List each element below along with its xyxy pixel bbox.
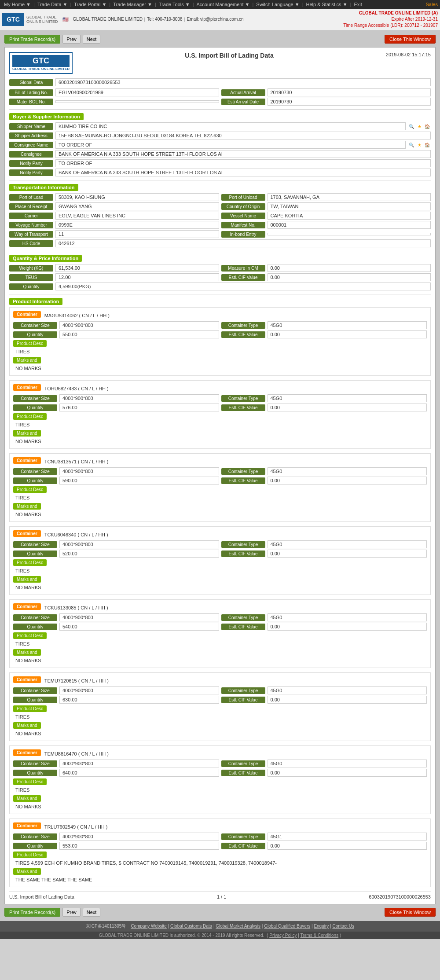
container-size-value-4: 4000*900*800 bbox=[59, 540, 219, 548]
bol-row: Bill of Lading No. EGLV040900201989 Actu… bbox=[9, 88, 431, 96]
prev-button-top[interactable]: Prev bbox=[62, 35, 81, 44]
print-button-bottom[interactable]: Print Trade Record(s) bbox=[4, 908, 60, 917]
product-desc-row-4: Product Desc TIRES bbox=[13, 559, 427, 574]
container-badge-7: Container bbox=[13, 749, 41, 756]
privacy-policy-link[interactable]: Privacy Policy bbox=[269, 933, 297, 938]
product-section: Product Information Container MAGU531406… bbox=[9, 298, 431, 887]
container-cif-value-2: 0.00 bbox=[268, 404, 427, 411]
container-badge-1: Container bbox=[13, 311, 41, 318]
container-section-2: Container TOHU6827483 ( CN / L / HH ) Co… bbox=[9, 380, 431, 449]
container-type-value-3: 45G0 bbox=[268, 467, 427, 475]
main-wrapper: Print Trade Record(s) Prev Next Close Th… bbox=[0, 30, 440, 921]
container-id-7: TEMU8816470 ( CN / L / HH ) bbox=[44, 751, 109, 756]
nav-trade-manager[interactable]: Trade Manager ▼ bbox=[111, 1, 154, 8]
container-size-row-2: Container Size 4000*900*800 Container Ty… bbox=[13, 394, 427, 402]
marks-text-7: NO MARKS bbox=[13, 803, 427, 810]
container-qty-row-2: Quantity 576.00 Estl. CIF Value 0.00 bbox=[13, 404, 427, 411]
terms-conditions-link[interactable]: Terms & Conditions bbox=[300, 933, 338, 938]
product-desc-label-4: Product Desc bbox=[13, 559, 47, 566]
nav-trade-tools[interactable]: Trade Tools ▼ bbox=[157, 1, 192, 8]
marks-row-4: Marks and NO MARKS bbox=[13, 576, 427, 591]
mater-bol-label: Mater BOL No. bbox=[9, 99, 53, 105]
container-cif-label-4: Estl. CIF Value bbox=[221, 551, 265, 557]
consignee-star-icon[interactable]: ★ bbox=[416, 141, 423, 148]
quantity-price-header: Quantity & Price Information bbox=[9, 255, 82, 262]
container-id-3: TCNU3813571 ( CN / L / HH ) bbox=[44, 459, 109, 464]
footer-global-market[interactable]: Global Market Analysis bbox=[216, 924, 260, 929]
teus-label: TEUS bbox=[9, 274, 53, 281]
nav-home[interactable]: My Home ▼ bbox=[2, 1, 33, 8]
close-button-bottom[interactable]: Close This Window bbox=[385, 908, 436, 917]
way-transport-value: 11 bbox=[55, 230, 219, 238]
prev-button-bottom[interactable]: Prev bbox=[62, 908, 81, 917]
container-type-value-8: 45G1 bbox=[268, 833, 427, 841]
product-desc-label-5: Product Desc bbox=[13, 632, 47, 639]
container-cif-label-6: Estl. CIF Value bbox=[221, 697, 265, 703]
container-section-7: Container TEMU8816470 ( CN / L / HH ) Co… bbox=[9, 745, 431, 814]
container-qty-label-6: Quantity bbox=[13, 697, 57, 703]
container-qty-label-5: Quantity bbox=[13, 624, 57, 630]
consignee-search-icon[interactable]: 🔍 bbox=[408, 141, 415, 148]
container-badge-2: Container bbox=[13, 384, 41, 391]
qty-row: Quantity 4,599.00(PKG) bbox=[9, 283, 431, 290]
top-navigation: My Home ▼ | Trade Data ▼ | Trade Portal … bbox=[0, 0, 440, 9]
star-icon[interactable]: ★ bbox=[416, 123, 423, 130]
doc-logo: GTC GLOBAL TRADE ONLINE LIMITED bbox=[9, 52, 73, 74]
notify-party-row1: Notify Party TO ORDER OF bbox=[9, 159, 431, 167]
teus-value: 12.00 bbox=[55, 273, 219, 281]
container-type-value-7: 45G0 bbox=[268, 760, 427, 767]
doc-title-footer: U.S. Import Bill of Lading Data bbox=[9, 894, 74, 899]
nav-help[interactable]: Help & Statistics ▼ bbox=[304, 1, 349, 8]
expire-company: GLOBAL TRADE ONLINE LIMITED (A) bbox=[343, 10, 438, 16]
container-qty-row-7: Quantity 640.00 Estl. CIF Value 0.00 bbox=[13, 769, 427, 777]
time-range: Time Range Accessible (LDR): 200712 - 20… bbox=[343, 22, 438, 29]
container-section-6: Container TEMU7120615 ( CN / L / HH ) Co… bbox=[9, 672, 431, 741]
container-badge-6: Container bbox=[13, 676, 41, 683]
icp-number: 京ICP备14011305号 bbox=[86, 924, 126, 929]
marks-label-2: Marks and bbox=[13, 430, 41, 437]
container-id-1: MAGU5314062 ( CN / L / HH ) bbox=[44, 313, 110, 318]
home-icon[interactable]: 🏠 bbox=[424, 123, 431, 130]
hs-code-row: HS Code 042612 bbox=[9, 239, 431, 247]
footer-contact-us[interactable]: Contact Us bbox=[332, 924, 354, 929]
next-button-top[interactable]: Next bbox=[83, 35, 101, 44]
nav-exit[interactable]: Exit bbox=[352, 1, 363, 8]
close-button-top[interactable]: Close This Window bbox=[385, 35, 436, 44]
container-qty-value-3: 590.00 bbox=[59, 477, 219, 484]
bol-label: Bill of Lading No. bbox=[9, 89, 53, 96]
carrier-label: Carrier bbox=[9, 213, 53, 219]
container-cif-label-8: Estl. CIF Value bbox=[221, 843, 265, 849]
container-size-row-6: Container Size 4000*900*800 Container Ty… bbox=[13, 686, 427, 694]
transportation-section: Transportation Information Port of Load … bbox=[9, 184, 431, 247]
container-id-8: TRLU7602549 ( CN / L / HH ) bbox=[44, 824, 108, 830]
content-box: GTC GLOBAL TRADE ONLINE LIMITED U.S. Imp… bbox=[4, 47, 436, 904]
marks-text-6: NO MARKS bbox=[13, 730, 427, 737]
consignee-home-icon[interactable]: 🏠 bbox=[424, 141, 431, 148]
footer-global-buyers[interactable]: Global Qualified Buyers bbox=[264, 924, 310, 929]
vessel-name-value: CAPE KORTIA bbox=[268, 212, 431, 220]
mater-bol-value bbox=[55, 100, 219, 103]
container-qty-label-8: Quantity bbox=[13, 843, 57, 849]
container-type-value-6: 45G0 bbox=[268, 686, 427, 694]
nav-account-mgmt[interactable]: Account Management ▼ bbox=[195, 1, 252, 8]
search-icon[interactable]: 🔍 bbox=[408, 123, 415, 130]
global-data-label: Global Data bbox=[9, 79, 53, 86]
global-data-value: 60032019073100000026553 bbox=[55, 78, 431, 86]
footer-enquiry[interactable]: Enquiry bbox=[314, 924, 329, 929]
product-desc-text-7: TIRES bbox=[13, 786, 427, 793]
print-button-top[interactable]: Print Trade Record(s) bbox=[4, 35, 60, 44]
nav-trade-data[interactable]: Trade Data ▼ bbox=[36, 1, 70, 8]
teus-row: TEUS 12.00 Estl. CIF Value 0.00 bbox=[9, 273, 431, 281]
copyright-text: GLOBAL TRADE ONLINE LIMITED is authorize… bbox=[99, 933, 264, 938]
container-cif-value-5: 0.00 bbox=[268, 623, 427, 631]
voyage-row: Voyage Number 0999E Manifest No. 000001 bbox=[9, 221, 431, 229]
footer-company-website[interactable]: Company Website bbox=[131, 924, 167, 929]
shipper-icons: 🔍 ★ 🏠 bbox=[408, 123, 431, 130]
container-type-label-7: Container Type bbox=[221, 760, 265, 767]
next-button-bottom[interactable]: Next bbox=[83, 908, 101, 917]
nav-switch-language[interactable]: Switch Language ▼ bbox=[254, 1, 301, 8]
container-cif-label-3: Estl. CIF Value bbox=[221, 477, 265, 484]
nav-trade-portal[interactable]: Trade Portal ▼ bbox=[72, 1, 108, 8]
footer-global-customs[interactable]: Global Customs Data bbox=[170, 924, 212, 929]
port-load-row: Port of Load 58309, KAO HSIUNG Port of U… bbox=[9, 193, 431, 201]
